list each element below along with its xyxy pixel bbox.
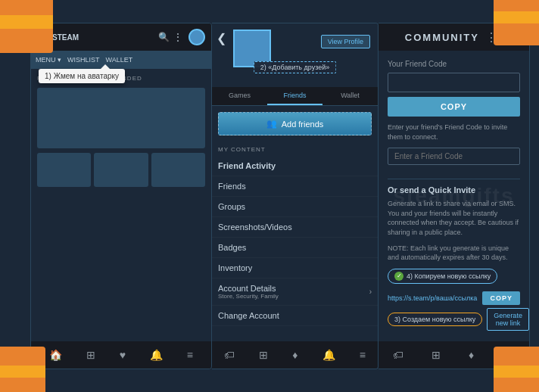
view-profile-button[interactable]: View Profile [321, 35, 370, 48]
nav-home-icon[interactable]: 🏠 [49, 349, 62, 361]
annotation-4: ✓ 4) Копируем новую ссылку [388, 269, 497, 284]
tooltip-avatar: 1) Жмем на аватарку [39, 69, 125, 83]
content-item-screenshots[interactable]: Screenshots/Videos [212, 217, 378, 238]
nav-heart-icon[interactable]: ♥ [120, 349, 126, 361]
link-row: https://s.team/p/ваша/ссылка COPY [388, 291, 520, 305]
account-label: Account Details [218, 284, 279, 293]
community-title: COMMUNITY [405, 32, 479, 43]
community-content: Your Friend Code COPY Enter your friend'… [379, 51, 529, 340]
nav-diamond2-icon[interactable]: ♦ [469, 349, 474, 361]
quick-invite-note: NOTE: Each link you generate is unique a… [388, 244, 520, 263]
featured-small-1 [37, 153, 91, 187]
annotation-3: 3) Создаем новую ссылку [388, 313, 482, 326]
menu-icon[interactable]: ⋮ [173, 32, 184, 42]
annotation-4-text: 4) Копируем новую ссылку [407, 272, 491, 280]
add-friends-button[interactable]: 👥 Add friends [218, 112, 372, 135]
steam-header: STEAM 🔍 ⋮ [31, 23, 211, 51]
check-icon: ✓ [394, 272, 403, 281]
back-arrow-icon[interactable]: ❮ [217, 31, 226, 45]
featured-small-3 [151, 153, 205, 187]
featured-main-image [37, 88, 205, 148]
tab-wallet[interactable]: Wallet [322, 87, 378, 105]
search-icon[interactable]: 🔍 [158, 32, 169, 42]
tooltip-add-friends: 2) «Добавить друзей» [254, 61, 337, 73]
friend-code-desc: Enter your friend's Friend Code to invit… [388, 123, 520, 142]
bottom-nav-left: 🏠 ⊞ ♥ 🔔 ≡ [31, 341, 211, 369]
content-item-friends[interactable]: Friends [212, 176, 378, 197]
gift-decoration-topleft [0, 0, 53, 53]
middle-panel: ❮ View Profile 2) «Добавить друзей» Game… [212, 23, 379, 369]
friend-code-input[interactable] [388, 73, 520, 92]
nav-grid3-icon[interactable]: ⊞ [432, 349, 441, 361]
nav-bell-icon[interactable]: 🔔 [150, 349, 163, 361]
steam-client: STEAM 🔍 ⋮ MENU WISHLIST WALLET 1) Жмем н… [30, 23, 212, 369]
nav-diamond-icon[interactable]: ♦ [292, 349, 298, 361]
main-container: STEAM 🔍 ⋮ MENU WISHLIST WALLET 1) Жмем н… [30, 23, 509, 369]
nav-tag3-icon[interactable]: 🏷 [393, 349, 403, 361]
generate-link-row: 3) Создаем новую ссылку Generate new lin… [388, 308, 520, 331]
content-item-account[interactable]: Account Details Store, Security, Family … [212, 278, 378, 306]
nav-wallet[interactable]: WALLET [106, 56, 133, 64]
copy-link-button[interactable]: COPY [482, 291, 520, 305]
quick-invite-desc: Generate a link to share via email or SM… [388, 199, 520, 237]
add-friends-icon: 👥 [266, 119, 277, 129]
content-item-groups[interactable]: Groups [212, 197, 378, 217]
nav-menu[interactable]: MENU [36, 56, 61, 64]
gift-decoration-topright [494, 0, 539, 45]
enter-friend-code-input[interactable] [388, 148, 520, 165]
nav-grid2-icon[interactable]: ⊞ [259, 349, 268, 361]
nav-grid-icon[interactable]: ⊞ [86, 349, 95, 361]
tab-games[interactable]: Games [212, 87, 267, 105]
quick-invite-title: Or send a Quick Invite [388, 185, 520, 194]
friend-code-label: Your Friend Code [388, 60, 520, 68]
steam-logo-text: STEAM [52, 33, 79, 42]
content-item-change-account[interactable]: Change Account [212, 306, 378, 326]
link-url: https://s.team/p/ваша/ссылка [388, 294, 478, 302]
steam-nav: MENU WISHLIST WALLET [31, 51, 211, 69]
avatar[interactable] [188, 29, 205, 45]
nav-menu-icon[interactable]: ≡ [187, 349, 193, 361]
content-item-badges[interactable]: Badges [212, 238, 378, 258]
account-subtitle: Store, Security, Family [218, 293, 279, 300]
divider [388, 179, 520, 179]
my-content-label: MY CONTENT [212, 142, 378, 156]
nav-wishlist[interactable]: WISHLIST [67, 56, 100, 64]
copy-friend-code-button[interactable]: COPY [388, 97, 520, 117]
gift-decoration-bottomleft [0, 347, 45, 392]
featured-small-2 [94, 153, 148, 187]
annotation-3-text: 3) Создаем новую ссылку [394, 316, 475, 323]
nav-hamburger-icon[interactable]: ≡ [360, 349, 366, 361]
content-item-account-text: Account Details Store, Security, Family [218, 284, 279, 300]
featured-small-row [37, 153, 205, 187]
featured-section: FEATURED & RECOMMENDED [31, 69, 211, 193]
steam-header-icons: 🔍 ⋮ [158, 29, 205, 45]
quick-invite-section: Or send a Quick Invite Generate a link t… [388, 185, 520, 331]
gift-decoration-bottomright [494, 347, 539, 392]
content-item-friend-activity[interactable]: Friend Activity [212, 156, 378, 176]
nav-bell2-icon[interactable]: 🔔 [322, 349, 335, 361]
profile-tabs: Games Friends Wallet [212, 87, 378, 106]
arrow-icon: › [369, 288, 372, 296]
bottom-nav-middle: 🏷 ⊞ ♦ 🔔 ≡ [212, 341, 378, 369]
content-item-inventory[interactable]: Inventory [212, 258, 378, 278]
add-friends-label: Add friends [282, 120, 324, 129]
community-panel: steamgifts COMMUNITY ⋮ Your Friend Code … [379, 23, 530, 369]
generate-new-link-button[interactable]: Generate new link [487, 308, 529, 331]
tab-friends[interactable]: Friends [267, 87, 322, 105]
nav-tag-icon[interactable]: 🏷 [224, 349, 235, 361]
